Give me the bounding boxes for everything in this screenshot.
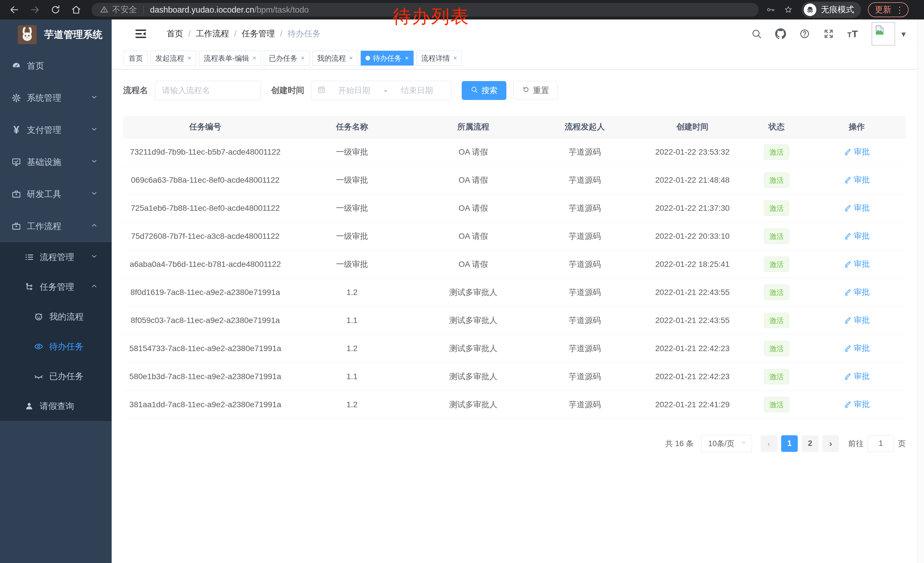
goto-page-input[interactable] [868, 435, 894, 452]
sidebar-item-infrastructure[interactable]: 基础设施 [0, 146, 112, 178]
sidebar-item-my-process[interactable]: 我的流程 [0, 302, 112, 332]
tab-label: 已办任务 [269, 54, 297, 63]
approve-link[interactable]: 审批 [844, 174, 870, 185]
date-range-picker[interactable]: 开始日期 - 结束日期 [311, 81, 452, 100]
approve-link[interactable]: 审批 [844, 146, 870, 157]
cell-task-id: 580e1b3d-7ac8-11ec-a9e2-a2380e71991a [123, 363, 287, 390]
close-icon[interactable]: × [405, 54, 409, 62]
help-icon[interactable] [798, 27, 811, 40]
sidebar-item-dev-tools[interactable]: 研发工具 [0, 178, 112, 210]
cell-create-time: 2022-01-21 22:43:55 [639, 278, 745, 306]
avatar[interactable] [872, 22, 895, 45]
cell-status: 激活 [745, 278, 808, 306]
sidebar-item-home[interactable]: 首页 [0, 50, 112, 82]
tab-首页[interactable]: 首页 [124, 51, 148, 66]
bookmark-star-icon[interactable] [783, 4, 794, 15]
sidebar-item-task-admin[interactable]: 任务管理 [0, 272, 112, 302]
next-page-button[interactable]: › [822, 435, 839, 452]
sidebar-item-workflow[interactable]: 工作流程 [0, 210, 112, 242]
close-icon[interactable]: × [453, 54, 457, 62]
approve-link[interactable]: 审批 [844, 258, 870, 269]
tab-发起流程[interactable]: 发起流程× [151, 51, 196, 66]
scrollbar[interactable] [917, 20, 924, 563]
search-icon[interactable] [750, 27, 763, 40]
approve-link[interactable]: 审批 [844, 287, 870, 297]
close-icon[interactable]: × [301, 54, 304, 62]
approve-link[interactable]: 审批 [844, 315, 870, 326]
breadcrumb-item[interactable]: 首页 [166, 28, 183, 39]
approve-link[interactable]: 审批 [844, 203, 870, 213]
hamburger-icon[interactable] [133, 26, 149, 42]
column-header: 任务名称 [287, 116, 417, 138]
edit-pencil-icon [844, 176, 854, 184]
key-icon[interactable] [765, 4, 776, 15]
broken-image-icon [874, 24, 885, 37]
app-title: 芋道管理系统 [44, 28, 102, 41]
update-button[interactable]: 更新 ⋮ [868, 2, 909, 17]
avatar-caret-icon[interactable]: ▾ [902, 29, 906, 39]
not-secure-icon [100, 4, 112, 16]
security-label: 不安全 [112, 4, 137, 15]
filter-bar: 流程名 创建时间 开始日期 - 结束日期 搜索 重置 [123, 81, 906, 100]
back-icon[interactable] [8, 3, 21, 16]
tab-待办任务[interactable]: 待办任务× [361, 51, 414, 66]
tab-流程详情[interactable]: 流程详情× [417, 51, 462, 66]
page-button-1[interactable]: 1 [781, 435, 798, 452]
breadcrumb-item[interactable]: 工作流程 [196, 28, 229, 39]
eye-open-icon [34, 342, 44, 351]
table-header-row: 任务编号任务名称所属流程流程发起人创建时间状态操作 [123, 116, 906, 138]
process-name-label: 流程名 [123, 85, 148, 96]
approve-link[interactable]: 审批 [844, 231, 870, 242]
status-badge: 激活 [764, 144, 789, 160]
chevron-down-icon [90, 93, 98, 103]
page-size-value: 10条/页 [708, 438, 740, 449]
sidebar-item-process-admin[interactable]: 流程管理 [0, 242, 112, 272]
approve-link[interactable]: 审批 [844, 399, 870, 410]
approve-link[interactable]: 审批 [844, 343, 870, 354]
reset-button[interactable]: 重置 [513, 81, 558, 100]
tab-已办任务[interactable]: 已办任务× [264, 51, 309, 66]
approve-label: 审批 [854, 343, 870, 354]
home-icon[interactable] [70, 3, 82, 16]
cell-task-name: 1.2 [287, 390, 417, 419]
page-button-2[interactable]: 2 [802, 435, 818, 452]
close-icon[interactable]: × [188, 54, 191, 62]
cell-action: 审批 [808, 166, 906, 194]
page-size-select[interactable]: 10条/页 [701, 435, 752, 452]
reset-icon [522, 86, 533, 95]
sidebar-item-payment-admin[interactable]: ¥支付管理 [0, 114, 112, 146]
close-icon[interactable]: × [252, 54, 256, 62]
cell-task-name: 1.2 [287, 278, 417, 306]
tab-流程表单-编辑[interactable]: 流程表单-编辑× [199, 51, 261, 66]
font-size-icon[interactable]: TT [846, 27, 859, 40]
cell-action: 审批 [808, 250, 906, 278]
monitor-icon [12, 157, 21, 167]
browser-menu-icon[interactable]: ⋮ [896, 5, 904, 15]
cell-task-id: 75d72608-7b7f-11ec-a3c8-acde48001122 [123, 222, 287, 250]
address-bar[interactable]: 不安全 dashboard.yudao.iocoder.cn/bpm/task/… [92, 3, 759, 17]
process-name-input[interactable] [155, 81, 261, 100]
tab-我的流程[interactable]: 我的流程× [312, 51, 358, 66]
approve-link[interactable]: 审批 [844, 371, 870, 382]
sidebar-item-leave-query[interactable]: 请假查询 [0, 391, 112, 421]
sidebar-item-todo-task[interactable]: 待办任务 [0, 332, 112, 362]
app-header: 首页/工作流程/任务管理/待办任务 TT ▾ [112, 20, 917, 48]
breadcrumb: 首页/工作流程/任务管理/待办任务 [166, 28, 739, 39]
sidebar-item-system-admin[interactable]: 系统管理 [0, 82, 112, 114]
refresh-icon[interactable] [49, 3, 62, 16]
fullscreen-icon[interactable] [822, 27, 835, 40]
sidebar-item-done-task[interactable]: 已办任务 [0, 362, 112, 391]
close-icon[interactable]: × [349, 54, 353, 62]
forward-icon[interactable] [28, 3, 41, 16]
task-table: 任务编号任务名称所属流程流程发起人创建时间状态操作 73211d9d-7b9b-… [123, 116, 906, 419]
github-icon[interactable] [774, 27, 787, 40]
sidebar-item-label: 工作流程 [27, 221, 61, 232]
approve-label: 审批 [854, 231, 870, 242]
search-button[interactable]: 搜索 [462, 81, 506, 100]
prev-page-button[interactable]: ‹ [760, 435, 777, 452]
cell-task-id: 58154733-7ac8-11ec-a9e2-a2380e71991a [123, 335, 287, 363]
sidebar: 芋道管理系统 首页系统管理¥支付管理基础设施研发工具工作流程流程管理任务管理我的… [0, 20, 112, 563]
address-divider [143, 6, 144, 14]
cell-task-name: 1.1 [287, 363, 417, 390]
breadcrumb-item[interactable]: 任务管理 [242, 28, 275, 39]
